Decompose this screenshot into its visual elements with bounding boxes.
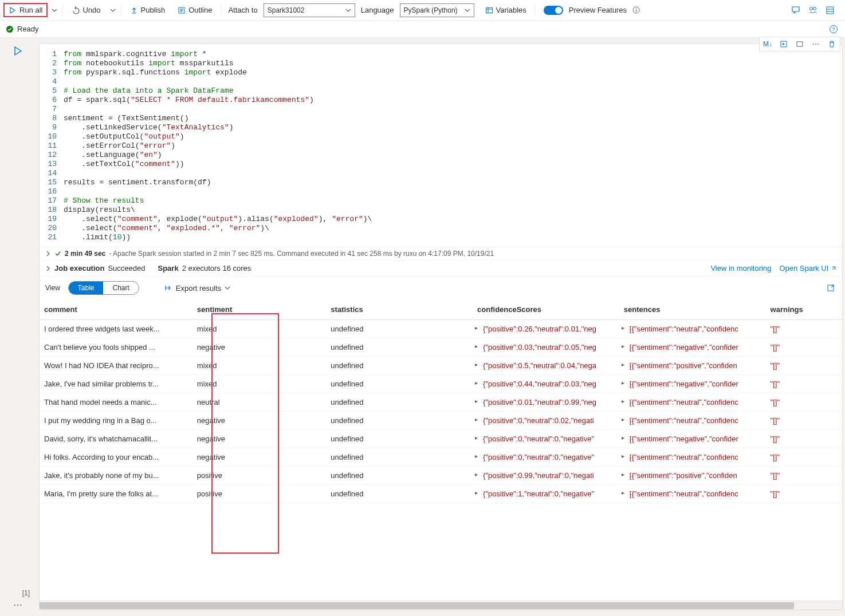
execution-status[interactable]: 2 min 49 sec - Apache Spark session star… <box>40 247 842 260</box>
cell-confidence[interactable]: {"positive":0.99,"neutral":0,"negati <box>473 467 619 485</box>
preview-toggle[interactable] <box>544 6 563 15</box>
scrollbar-thumb[interactable] <box>40 602 794 609</box>
cell-warnings[interactable]: "[]" <box>766 430 842 448</box>
attach-to-select[interactable]: Spark31002 <box>264 3 355 17</box>
code-editor[interactable]: 123456789101112131415161718192021 from m… <box>40 44 842 247</box>
cell-confidence[interactable]: {"positive":0.01,"neutral":0.99,"neg <box>473 393 619 412</box>
run-all-button[interactable]: Run all <box>3 3 48 17</box>
cell-settings-icon[interactable] <box>794 38 805 50</box>
cell-more-icon[interactable]: ⋯ <box>13 599 22 610</box>
markdown-icon[interactable]: M↓ <box>762 38 773 50</box>
col-statistics[interactable]: statistics <box>326 299 473 320</box>
cell-sentiment: negative <box>192 448 327 467</box>
cell-confidence[interactable]: {"positive":0.44,"neutral":0.03,"neg <box>473 375 619 393</box>
view-monitoring-link[interactable]: View in monitoring <box>710 264 771 273</box>
cell-statistics: undefined <box>326 448 473 467</box>
cell-comment: I ordered three widgets last week... <box>40 320 192 338</box>
cell-sentences[interactable]: [{"sentiment":"neutral","confidenc <box>619 412 766 430</box>
view-chart-tab[interactable]: Chart <box>103 282 138 294</box>
outline-button[interactable]: Outline <box>172 3 217 17</box>
table-row[interactable]: I put my wedding ring in a Bag o...negat… <box>40 412 842 430</box>
cell-sentences[interactable]: [{"sentiment":"positive","confiden <box>619 467 766 485</box>
maximize-icon[interactable] <box>825 282 836 294</box>
cell-sentences[interactable]: [{"sentiment":"negative","confider <box>619 375 766 393</box>
view-bar: View Table Chart Export results <box>40 277 842 299</box>
collab-icon[interactable] <box>807 5 819 16</box>
cell-warnings[interactable]: "[]" <box>766 448 842 467</box>
table-row[interactable]: David, sorry, it's whatchamacallit...neg… <box>40 430 842 448</box>
col-warnings[interactable]: warnings <box>766 299 842 320</box>
cell-sentences[interactable]: [{"sentiment":"neutral","confidenc <box>619 485 766 503</box>
info-icon[interactable] <box>632 6 640 14</box>
cell-statistics: undefined <box>326 357 473 375</box>
col-sentiment[interactable]: sentiment <box>192 299 327 320</box>
cell-warnings[interactable]: "[]" <box>766 338 842 357</box>
cell-sentences[interactable]: [{"sentiment":"neutral","confidenc <box>619 320 766 338</box>
cell-comment: I put my wedding ring in a Bag o... <box>40 412 192 430</box>
table-row[interactable]: Jake, it's probably none of my bu...posi… <box>40 467 842 485</box>
run-cell-button[interactable] <box>13 46 23 56</box>
cell-confidence[interactable]: {"positive":0.26,"neutral":0.01,"neg <box>473 320 619 338</box>
export-results-button[interactable]: Export results <box>147 284 230 293</box>
properties-icon[interactable] <box>824 5 836 16</box>
cell-warnings[interactable]: "[]" <box>766 467 842 485</box>
separator <box>62 5 63 16</box>
col-confidence[interactable]: confidenceScores <box>473 299 619 320</box>
cell-statistics: undefined <box>326 485 473 503</box>
cell-warnings[interactable]: "[]" <box>766 412 842 430</box>
table-row[interactable]: Wow! I had NO IDEA that recipro...mixedu… <box>40 357 842 375</box>
svg-text:?: ? <box>832 26 835 32</box>
cell-warnings[interactable]: "[]" <box>766 320 842 338</box>
cell-sentences[interactable]: [{"sentiment":"negative","confider <box>619 338 766 357</box>
view-table-tab[interactable]: Table <box>69 282 104 294</box>
horizontal-scrollbar[interactable] <box>40 601 842 610</box>
cell-sentiment: mixed <box>192 357 327 375</box>
status-text: Ready <box>17 25 39 33</box>
cell-sentiment: positive <box>192 485 327 503</box>
table-row[interactable]: Jake, I've had similar problems tr...mix… <box>40 375 842 393</box>
cell-sentences[interactable]: [{"sentiment":"neutral","confidenc <box>619 393 766 412</box>
table-row[interactable]: Hi folks. According to your encab...nega… <box>40 448 842 467</box>
attach-to-label: Attach to <box>225 6 261 14</box>
cell-confidence[interactable]: {"positive":0,"neutral":0.02,"negati <box>473 412 619 430</box>
svg-point-9 <box>636 8 636 9</box>
language-select[interactable]: PySpark (Python) <box>400 3 474 17</box>
cell-sentences[interactable]: [{"sentiment":"positive","confiden <box>619 357 766 375</box>
code-content: from mmlspark.cognitive import * from no… <box>64 50 842 242</box>
cell-confidence[interactable]: {"positive":1,"neutral":0,"negative" <box>473 485 619 503</box>
table-row[interactable]: I ordered three widgets last week...mixe… <box>40 320 842 338</box>
cell-confidence[interactable]: {"positive":0,"neutral":0,"negative" <box>473 430 619 448</box>
cell-warnings[interactable]: "[]" <box>766 485 842 503</box>
col-sentences[interactable]: sentences <box>619 299 766 320</box>
undo-button[interactable]: Undo <box>66 3 105 17</box>
cell-warnings[interactable]: "[]" <box>766 357 842 375</box>
more-icon[interactable]: ⋯ <box>810 38 822 50</box>
cell-statistics: undefined <box>326 412 473 430</box>
col-comment[interactable]: comment <box>40 299 192 320</box>
cell-sentiment: negative <box>192 412 327 430</box>
cell-sentences[interactable]: [{"sentiment":"negative","confider <box>619 430 766 448</box>
cell-warnings[interactable]: "[]" <box>766 393 842 412</box>
cell-sentences[interactable]: [{"sentiment":"neutral","confidenc <box>619 448 766 467</box>
chevron-right-icon[interactable] <box>45 266 51 271</box>
cell-confidence[interactable]: {"positive":0.5,"neutral":0.04,"nega <box>473 357 619 375</box>
cell-confidence[interactable]: {"positive":0,"neutral":0,"negative" <box>473 448 619 467</box>
publish-button[interactable]: Publish <box>125 3 171 17</box>
table-row[interactable]: That hand model needs a manic...neutralu… <box>40 393 842 412</box>
variables-button[interactable]: Variables <box>480 3 532 17</box>
delete-icon[interactable] <box>826 38 838 50</box>
open-spark-ui-link[interactable]: Open Spark UI <box>779 264 836 273</box>
table-row[interactable]: Maria, I'm pretty sure the folks at...po… <box>40 485 842 503</box>
cell-confidence[interactable]: {"positive":0.03,"neutral":0.05,"neg <box>473 338 619 357</box>
line-numbers: 123456789101112131415161718192021 <box>40 50 64 242</box>
help-icon[interactable]: ? <box>828 23 839 35</box>
table-row[interactable]: Can't believe you fools shipped ...negat… <box>40 338 842 357</box>
undo-dropdown[interactable] <box>108 5 117 16</box>
job-status-bar: Job execution Succeeded Spark 2 executor… <box>40 260 842 277</box>
svg-point-10 <box>810 7 813 10</box>
comment-icon[interactable] <box>790 5 801 16</box>
cell-run-icon[interactable] <box>778 38 789 50</box>
check-icon <box>54 250 61 257</box>
run-all-dropdown[interactable] <box>50 5 59 16</box>
cell-warnings[interactable]: "[]" <box>766 375 842 393</box>
